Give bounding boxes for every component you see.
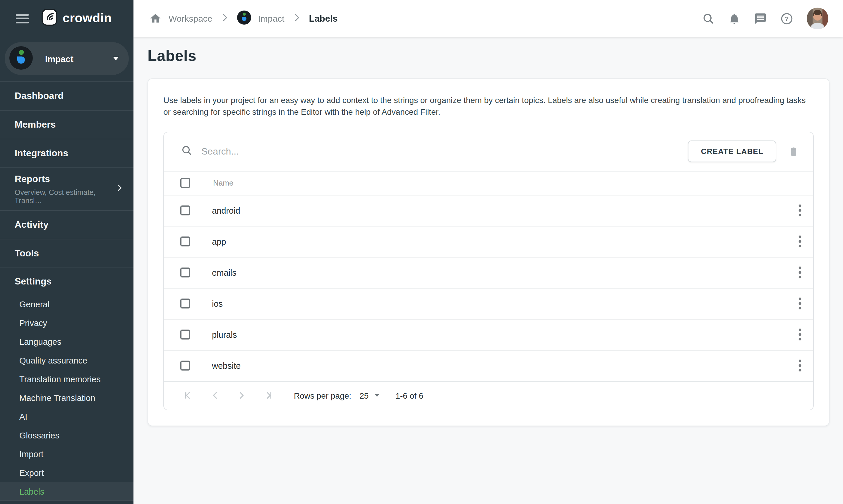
next-page-icon[interactable] [236, 390, 247, 401]
create-label-button[interactable]: CREATE LABEL [688, 141, 776, 162]
app-root: crowdin Impact Dashboard Members Integra… [0, 0, 843, 504]
brand-wordmark: crowdin [62, 11, 112, 26]
reports-subtitle: Overview, Cost estimate, Transl… [15, 188, 115, 204]
name-column-header: Name [213, 179, 233, 187]
trash-icon[interactable] [788, 145, 799, 158]
sidebar-item-quality-assurance[interactable]: Quality assurance [0, 351, 133, 370]
svg-text:?: ? [785, 15, 789, 22]
chevron-right-icon [291, 12, 302, 24]
sidebar-item-reports[interactable]: Reports Overview, Cost estimate, Transl… [0, 167, 133, 210]
bell-icon[interactable] [728, 12, 740, 25]
kebab-menu-icon[interactable] [793, 356, 807, 375]
table-row: emails [164, 257, 813, 288]
help-icon[interactable]: ? [781, 12, 793, 25]
topbar: Workspace Impact Labels [133, 0, 843, 37]
chevron-down-icon [374, 394, 379, 397]
prev-page-icon[interactable] [210, 390, 221, 401]
sidebar-item-import[interactable]: Import [0, 445, 133, 464]
labels-card: Use labels in your project for an easy w… [147, 78, 829, 426]
project-name: Impact [45, 54, 113, 64]
sidebar-item-labels[interactable]: Labels [0, 482, 133, 501]
home-icon[interactable] [149, 12, 162, 24]
topbar-actions: ? [702, 7, 828, 29]
sidebar-item-integrations[interactable]: Integrations [0, 139, 133, 167]
sidebar-nav: Dashboard Members Integrations Reports O… [0, 82, 133, 501]
table-row: app [164, 226, 813, 257]
sidebar-item-ai[interactable]: AI [0, 408, 133, 426]
table-row: android [164, 195, 813, 226]
last-page-icon[interactable] [262, 390, 273, 401]
chevron-down-icon [113, 57, 119, 60]
breadcrumb-current: Labels [309, 13, 338, 24]
kebab-menu-icon[interactable] [793, 325, 807, 344]
search-icon [181, 144, 193, 158]
breadcrumb-project-icon [237, 11, 251, 26]
labels-description: Use labels in your project for an easy w… [163, 94, 813, 118]
sidebar-header: crowdin [0, 0, 133, 37]
label-name: website [212, 361, 793, 370]
sidebar-item-general[interactable]: General [0, 295, 133, 314]
breadcrumb-project[interactable]: Impact [258, 14, 285, 23]
main-content: Labels Use labels in your project for an… [133, 37, 843, 504]
row-checkbox[interactable] [180, 205, 190, 215]
sidebar-item-dashboard[interactable]: Dashboard [0, 82, 133, 110]
pagination-range: 1-6 of 6 [395, 391, 423, 400]
crowdin-badge-icon [41, 9, 57, 28]
settings-subnav: General Privacy Languages Quality assura… [0, 295, 133, 501]
row-checkbox[interactable] [180, 361, 190, 371]
label-name: emails [212, 268, 793, 277]
kebab-menu-icon[interactable] [793, 294, 807, 313]
sidebar-item-privacy[interactable]: Privacy [0, 314, 133, 332]
label-name: android [212, 206, 793, 215]
row-checkbox[interactable] [180, 299, 190, 308]
select-all-checkbox[interactable] [180, 178, 190, 188]
chevron-right-icon [115, 183, 124, 195]
label-name: app [212, 237, 793, 246]
sidebar-item-export[interactable]: Export [0, 464, 133, 482]
crowdin-logo[interactable]: crowdin [41, 9, 112, 28]
sidebar-item-tools[interactable]: Tools [0, 239, 133, 268]
sidebar-item-settings[interactable]: Settings [0, 268, 133, 295]
project-logo-icon [10, 46, 33, 71]
menu-icon[interactable] [16, 14, 29, 23]
search-icon[interactable] [702, 12, 715, 25]
table-header: Name [164, 170, 813, 195]
avatar[interactable] [807, 7, 828, 29]
label-name: ios [212, 299, 793, 308]
chat-icon[interactable] [754, 12, 767, 25]
label-name: plurals [212, 330, 793, 339]
sidebar-item-activity[interactable]: Activity [0, 210, 133, 239]
row-checkbox[interactable] [180, 236, 190, 247]
sidebar-item-members[interactable]: Members [0, 110, 133, 139]
table-row: plurals [164, 319, 813, 350]
table-row: website [164, 350, 813, 381]
table-row: ios [164, 288, 813, 319]
sidebar-item-machine-translation[interactable]: Machine Translation [0, 389, 133, 408]
project-switcher[interactable]: Impact [5, 42, 129, 75]
sidebar-item-glossaries[interactable]: Glossaries [0, 426, 133, 445]
pagination: Rows per page: 25 1-6 of 6 [164, 381, 813, 410]
sidebar-item-translation-memories[interactable]: Translation memories [0, 370, 133, 389]
row-checkbox[interactable] [180, 329, 190, 340]
row-checkbox[interactable] [180, 268, 190, 277]
first-page-icon[interactable] [183, 390, 194, 401]
rows-per-page-select[interactable]: 25 [359, 391, 379, 400]
breadcrumb-workspace[interactable]: Workspace [168, 14, 213, 23]
rows-per-page-label: Rows per page: [294, 391, 351, 400]
kebab-menu-icon[interactable] [793, 232, 807, 251]
labels-panel: CREATE LABEL Name android [163, 131, 814, 410]
page-title: Labels [147, 47, 829, 65]
sidebar: crowdin Impact Dashboard Members Integra… [0, 0, 133, 504]
search-input[interactable] [201, 146, 688, 157]
chevron-right-icon [219, 12, 230, 24]
sidebar-item-languages[interactable]: Languages [0, 332, 133, 351]
breadcrumb: Workspace Impact Labels [149, 11, 338, 26]
kebab-menu-icon[interactable] [793, 201, 807, 220]
toolbar: CREATE LABEL [164, 132, 813, 170]
kebab-menu-icon[interactable] [793, 263, 807, 282]
